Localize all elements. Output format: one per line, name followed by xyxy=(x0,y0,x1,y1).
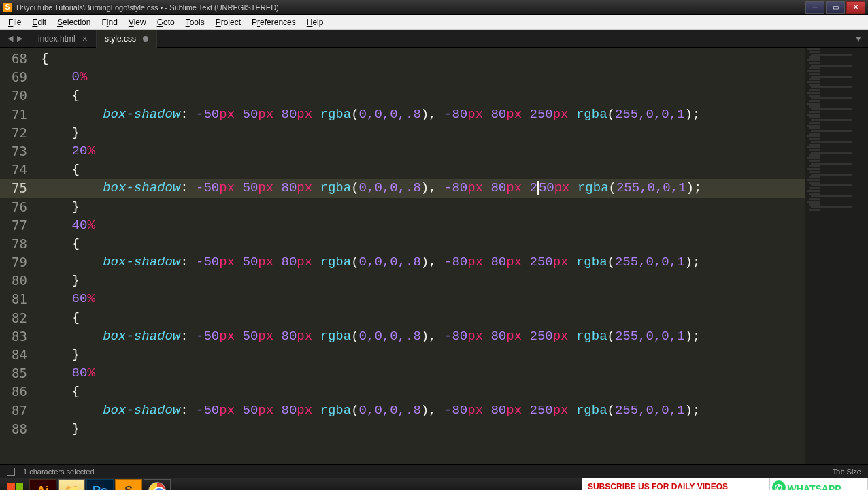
tab-label: index.html xyxy=(38,34,76,44)
menu-view[interactable]: View xyxy=(123,16,152,29)
menu-selection[interactable]: Selection xyxy=(52,16,96,29)
windows-taskbar: Ai 📁 Ps S SUBSCRIBE US FOR DAILY VIDEOS … xyxy=(0,478,868,490)
tab-nav-forward-icon[interactable]: ▶ xyxy=(15,34,24,43)
windows-logo-icon xyxy=(7,483,23,490)
status-bar: 1 characters selected Tab Size xyxy=(0,464,868,478)
menu-edit[interactable]: Edit xyxy=(27,16,52,29)
menu-goto[interactable]: Goto xyxy=(152,16,180,29)
status-selection: 1 characters selected xyxy=(23,468,95,476)
menu-bar: File Edit Selection Find View Goto Tools… xyxy=(0,15,868,30)
tab-dirty-icon xyxy=(143,36,148,42)
tab-nav-back-icon[interactable]: ◀ xyxy=(5,34,15,43)
overlay-banner: SUBSCRIBE US FOR DAILY VIDEOS http://www… xyxy=(582,478,868,490)
whatsapp-icon: ✆ xyxy=(772,480,786,490)
line-number-gutter: 6869707172737475767778798081828384858687… xyxy=(0,48,34,464)
window-titlebar: S D:\youtube Tutorials\BurningLogo\style… xyxy=(0,0,868,15)
status-tabsize[interactable]: Tab Size xyxy=(833,468,861,476)
menu-preferences[interactable]: Preferences xyxy=(246,16,301,29)
tab-label: style.css xyxy=(105,34,136,44)
tab-bar: ◀ ▶ index.html × style.css ▼ xyxy=(0,30,868,48)
menu-project[interactable]: Project xyxy=(210,16,246,29)
menu-help[interactable]: Help xyxy=(301,16,329,29)
minimap[interactable] xyxy=(805,48,868,464)
whatsapp-text: WHATSAPP xyxy=(788,483,862,491)
status-panel-icon[interactable] xyxy=(7,468,15,476)
taskbar-sublime-icon[interactable]: S xyxy=(115,479,142,490)
taskbar-photoshop-icon[interactable]: Ps xyxy=(86,479,114,490)
tab-style-css[interactable]: style.css xyxy=(97,30,157,48)
subscribe-banner: SUBSCRIBE US FOR DAILY VIDEOS http://www… xyxy=(582,478,769,490)
maximize-button[interactable]: ▭ xyxy=(826,1,845,14)
app-icon: S xyxy=(3,3,12,12)
menu-find[interactable]: Find xyxy=(96,16,122,29)
whatsapp-banner: ✆ WHATSAPP LINK IN CHANNEL DESCRIPTION xyxy=(769,478,868,490)
menu-tools[interactable]: Tools xyxy=(180,16,210,29)
subscribe-text: SUBSCRIBE US FOR DAILY VIDEOS xyxy=(588,482,763,490)
tab-index-html[interactable]: index.html × xyxy=(30,30,97,48)
menu-file[interactable]: File xyxy=(3,16,27,29)
close-button[interactable]: ✕ xyxy=(846,1,865,14)
start-button[interactable] xyxy=(1,478,29,490)
minimize-button[interactable]: ─ xyxy=(805,1,824,14)
code-editor[interactable]: { 0% { box-shadow: -50px 50px 80px rgba(… xyxy=(34,48,805,464)
editor-area: 6869707172737475767778798081828384858687… xyxy=(0,48,868,464)
taskbar-illustrator-icon[interactable]: Ai xyxy=(29,479,56,490)
tab-overflow-icon[interactable]: ▼ xyxy=(854,34,863,44)
taskbar-explorer-icon[interactable]: 📁 xyxy=(58,479,85,490)
tab-close-icon[interactable]: × xyxy=(82,33,88,44)
window-title: D:\youtube Tutorials\BurningLogo\style.c… xyxy=(16,3,805,12)
taskbar-chrome-icon[interactable] xyxy=(144,479,171,490)
window-controls: ─ ▭ ✕ xyxy=(805,1,865,14)
